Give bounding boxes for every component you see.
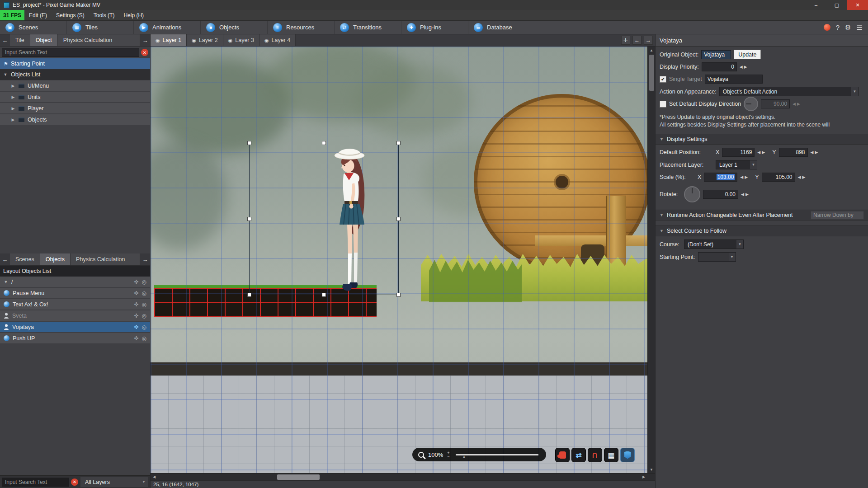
grid-toggle-tool[interactable]: ▦ xyxy=(604,448,618,462)
zoom-out-button[interactable]: − xyxy=(447,455,449,458)
menu-tools[interactable]: Tools (T) xyxy=(89,12,119,19)
menu-list-icon[interactable]: ☰ xyxy=(857,23,863,32)
maximize-button[interactable]: ▢ xyxy=(826,0,847,10)
tab-physics-calculation[interactable]: Physics Calculation xyxy=(58,34,140,46)
starting-point-dropdown[interactable]: ▼ xyxy=(698,252,736,262)
layer-filter-dropdown[interactable]: All Layers ▼ xyxy=(80,477,148,487)
gear-icon[interactable]: ⚙ xyxy=(845,23,851,32)
minimize-button[interactable]: – xyxy=(806,0,826,10)
horizontal-scroll-track[interactable] xyxy=(158,474,640,480)
layer-tab-4[interactable]: ◉ Layer 4 xyxy=(259,34,296,46)
increment-arrow[interactable]: ▶ xyxy=(815,150,818,155)
pin-icon[interactable]: ✜ xyxy=(134,335,138,342)
tab-objects[interactable]: ■ Objects xyxy=(201,21,268,34)
layout-item-vojataya[interactable]: Vojataya ✜ ◎ xyxy=(0,322,150,332)
pin-icon[interactable]: ✜ xyxy=(134,279,138,285)
position-y-field[interactable]: 898 xyxy=(779,148,808,157)
panel-tabs-left-arrow[interactable]: ← xyxy=(0,253,10,265)
action-on-appearance-dropdown[interactable]: Object's Default Action ▼ xyxy=(719,87,859,96)
pin-icon[interactable]: ✜ xyxy=(134,324,138,330)
placement-layer-dropdown[interactable]: Layer 1 ▼ xyxy=(716,160,757,169)
tree-item-objects[interactable]: ▶ Objects xyxy=(0,114,150,125)
scale-x-field[interactable]: 103.00 xyxy=(704,173,737,182)
layout-root-row[interactable]: ▼ / ✜ ◎ xyxy=(0,277,150,287)
increment-arrow[interactable]: ▶ xyxy=(744,65,747,69)
scale-y-field[interactable]: 105.00 xyxy=(762,173,795,182)
tree-item-ui-menu[interactable]: ▶ UI/Menu xyxy=(0,80,150,91)
layout-search-input[interactable] xyxy=(2,478,69,487)
course-dropdown[interactable]: (Don't Set) ▼ xyxy=(684,239,744,249)
selection-handle[interactable] xyxy=(396,293,401,297)
original-object-field[interactable]: Vojataya xyxy=(701,50,731,59)
increment-arrow[interactable]: ▶ xyxy=(762,150,765,155)
expand-icon[interactable]: ▶ xyxy=(11,106,15,111)
selection-handle[interactable] xyxy=(322,293,326,297)
tab-tile[interactable]: Tile xyxy=(10,34,30,46)
starting-point-item[interactable]: ⚑ Starting Point xyxy=(0,58,150,69)
increment-arrow[interactable]: ▶ xyxy=(802,175,805,179)
direction-dial[interactable] xyxy=(744,97,758,111)
layer-tab-1[interactable]: ◉ Layer 1 xyxy=(151,34,187,46)
collapse-icon[interactable]: ▼ xyxy=(4,280,8,284)
close-button[interactable]: ✕ xyxy=(847,0,868,10)
search-clear-icon[interactable]: ✕ xyxy=(141,49,148,56)
update-button[interactable]: Update xyxy=(734,50,761,59)
scene-canvas[interactable]: 100% + − ▲ ⇄ U ▦ xyxy=(151,47,655,473)
panel-tabs-left-arrow[interactable]: ← xyxy=(0,34,10,46)
visibility-icon[interactable]: ◎ xyxy=(142,324,146,330)
tab-scenes[interactable]: ▣ Scenes xyxy=(0,21,67,34)
tree-item-player[interactable]: ▶ Player xyxy=(0,103,150,113)
selection-handle[interactable] xyxy=(396,141,401,145)
decrement-arrow[interactable]: ◀ xyxy=(741,192,744,197)
decrement-arrow[interactable]: ◀ xyxy=(757,150,760,155)
eye-icon[interactable]: ◉ xyxy=(264,38,269,43)
visibility-icon[interactable]: ◎ xyxy=(142,335,146,342)
horizontal-scrollbar[interactable]: ◀ ▶ xyxy=(151,473,655,480)
tree-item-units[interactable]: ▶ Units xyxy=(0,92,150,102)
selection-box[interactable] xyxy=(249,143,399,295)
pin-icon[interactable]: ✜ xyxy=(134,290,138,296)
selection-handle[interactable] xyxy=(247,141,251,145)
single-target-field[interactable]: Vojataya xyxy=(705,75,763,84)
objects-list-header[interactable]: ▼ Objects List xyxy=(0,69,150,80)
display-priority-field[interactable]: 0 xyxy=(702,62,737,71)
tab-objects-bottom[interactable]: Objects xyxy=(40,253,71,265)
scene-viewport[interactable]: 100% + − ▲ ⇄ U ▦ xyxy=(151,47,647,473)
collapse-icon[interactable]: ▼ xyxy=(660,213,664,217)
help-icon[interactable]: ? xyxy=(836,23,840,31)
vertical-scrollbar[interactable]: ▲ ▼ xyxy=(647,47,655,473)
menu-settings[interactable]: Settings (S) xyxy=(52,12,89,19)
decrement-arrow[interactable]: ◀ xyxy=(811,150,814,155)
expand-icon[interactable]: ▶ xyxy=(11,95,15,99)
visibility-icon[interactable]: ◎ xyxy=(142,313,146,319)
visibility-icon[interactable]: ◎ xyxy=(142,301,146,308)
set-default-direction-checkbox[interactable] xyxy=(660,101,666,108)
scroll-up-button[interactable]: ▲ xyxy=(648,47,655,54)
rotate-dial[interactable] xyxy=(684,186,700,202)
single-target-checkbox[interactable]: ✔ xyxy=(660,76,666,83)
search-clear-icon[interactable]: ✕ xyxy=(71,479,78,486)
zoom-slider[interactable]: ▲ xyxy=(456,454,538,455)
history-back-button[interactable]: ← xyxy=(632,36,642,45)
tab-animations[interactable]: ▶ Animations xyxy=(134,21,201,34)
history-forward-button[interactable]: → xyxy=(644,36,653,45)
expand-icon[interactable]: ▶ xyxy=(11,84,15,88)
layout-item-pause-menu[interactable]: Pause Menu ✜ ◎ xyxy=(0,288,150,298)
collision-view-tool[interactable] xyxy=(620,448,635,462)
selection-handle[interactable] xyxy=(247,217,251,221)
scroll-right-button[interactable]: ▶ xyxy=(640,474,647,480)
runtime-action-section[interactable]: ▼ Runtime Action Changeable Even After P… xyxy=(656,210,868,221)
tab-transitions[interactable]: ⇄ Transitions xyxy=(335,21,401,34)
display-settings-section[interactable]: ▼ Display Settings xyxy=(656,134,868,145)
layout-item-text-ax-ox[interactable]: Text Ax! & Ox! ✜ ◎ xyxy=(0,299,150,310)
snap-tool[interactable]: U xyxy=(588,448,602,462)
tab-resources[interactable]: ≡ Resources xyxy=(268,21,335,34)
hand-tool[interactable] xyxy=(555,448,570,462)
selection-handle[interactable] xyxy=(247,293,251,297)
tab-tiles[interactable]: ▦ Tiles xyxy=(67,21,134,34)
panel-tabs-right-arrow[interactable]: → xyxy=(140,253,150,265)
panel-tabs-right-arrow[interactable]: → xyxy=(140,34,150,46)
decrement-arrow[interactable]: ◀ xyxy=(798,175,801,179)
notification-icon[interactable] xyxy=(824,24,830,31)
increment-arrow[interactable]: ▶ xyxy=(745,175,748,179)
